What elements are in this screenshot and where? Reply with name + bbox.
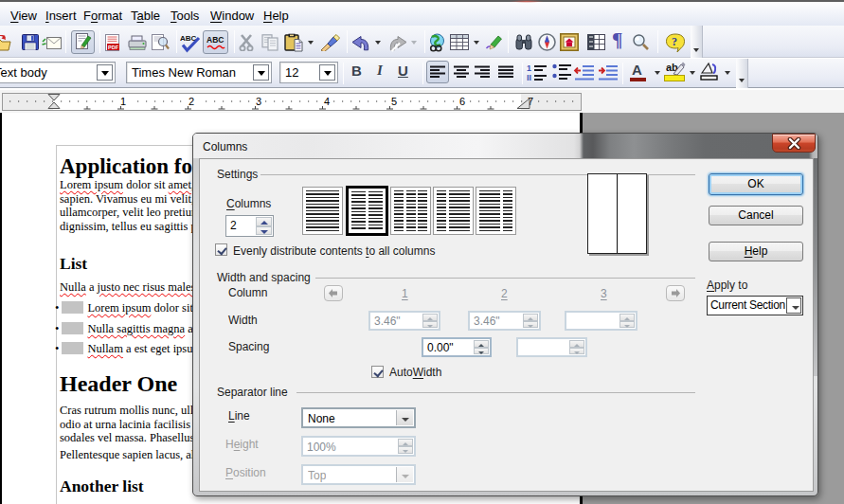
svg-text:1: 1 <box>120 96 126 107</box>
svg-text:5: 5 <box>391 96 397 107</box>
svg-text:4: 4 <box>324 96 330 107</box>
svg-text:2: 2 <box>189 96 194 107</box>
svg-text:?: ? <box>672 35 677 48</box>
svg-text:6: 6 <box>459 96 465 107</box>
svg-text:II: II <box>527 73 531 82</box>
svg-text:ABC: ABC <box>207 35 224 45</box>
svg-text:1: 1 <box>527 63 531 73</box>
svg-text:PDF: PDF <box>108 45 119 50</box>
svg-text:3: 3 <box>256 96 261 107</box>
